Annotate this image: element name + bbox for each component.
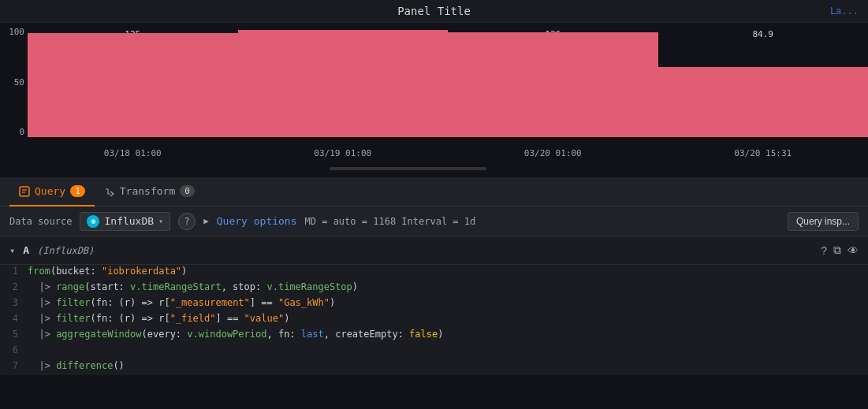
chevron-right-icon: ▶ (203, 216, 209, 226)
tab-transform-badge: 0 (180, 185, 195, 197)
query-meta: MD = auto = 1168 Interval = 1d (305, 216, 476, 227)
code-line-5: 5 |> aggregateWindow(every: v.windowPeri… (0, 328, 868, 344)
collapse-button[interactable]: ▾ (9, 245, 15, 256)
tab-transform[interactable]: Transform 0 (95, 178, 204, 206)
svg-rect-0 (20, 187, 29, 196)
y-axis: 100 50 0 (0, 23, 28, 137)
bars-container: 125 129 126 84.9 (28, 29, 868, 137)
datasource-name: InfluxDB (104, 215, 154, 227)
line-content: |> filter(fn: (r) => r["_measurement"] =… (28, 297, 335, 308)
query-label: A (23, 244, 29, 256)
tab-query-badge: 1 (70, 185, 85, 197)
line-number: 4 (0, 313, 28, 324)
line-content: from(bucket: "iobrokerdata") (28, 266, 187, 277)
line-content: |> aggregateWindow(every: v.windowPeriod… (28, 329, 443, 340)
bar (448, 32, 658, 137)
line-number: 5 (0, 329, 28, 340)
code-line-2: 2 |> range(start: v.timeRangeStart, stop… (0, 281, 868, 296)
x-axis: 03/18 01:00 03/19 01:00 03/20 01:00 03/2… (28, 145, 868, 161)
row-actions: ? ⧉ 👁 (821, 244, 859, 257)
code-line-7: 7 |> difference() (0, 359, 868, 375)
code-editor[interactable]: 1 from(bucket: "iobrokerdata") 2 |> rang… (0, 265, 868, 375)
query-row-header: ▾ A (InfluxDB) ? ⧉ 👁 (0, 236, 868, 265)
query-db-label: (InfluxDB) (37, 245, 94, 256)
query-options-link[interactable]: Query options (217, 215, 297, 227)
datasource-label: Data source (9, 216, 72, 227)
tab-query[interactable]: Query 1 (9, 178, 95, 206)
help-button[interactable]: ? (178, 213, 196, 230)
tab-transform-label: Transform (120, 185, 175, 197)
bar (658, 67, 869, 137)
line-content (28, 344, 33, 355)
copy-row-button[interactable]: ⧉ (833, 244, 841, 257)
bar-value-label: 84.9 (753, 29, 774, 39)
bar-group: 125 (28, 29, 238, 137)
chart-area: 100 50 0 125 129 126 84.9 03/18 01:00 03… (0, 23, 868, 161)
line-number: 3 (0, 297, 28, 308)
code-line-1: 1 from(bucket: "iobrokerdata") (0, 265, 868, 281)
panel-title: Panel Title (397, 5, 471, 17)
datasource-select[interactable]: ⊕ InfluxDB ▾ (80, 212, 170, 231)
query-inspect-button[interactable]: Query insp... (788, 212, 859, 231)
tab-query-label: Query (35, 185, 65, 197)
line-number: 1 (0, 266, 28, 277)
line-content: |> range(start: v.timeRangeStart, stop: … (28, 281, 358, 292)
line-content: |> filter(fn: (r) => r["_field"] == "val… (28, 313, 289, 324)
line-number: 2 (0, 281, 28, 292)
influxdb-icon: ⊕ (87, 215, 99, 228)
transform-icon (104, 186, 115, 197)
tabs-bar: Query 1 Transform 0 (0, 178, 868, 206)
bar (28, 33, 238, 137)
code-line-6: 6 (0, 344, 868, 359)
bar (238, 30, 449, 137)
code-line-3: 3 |> filter(fn: (r) => r["_measurement"]… (0, 296, 868, 312)
code-line-4: 4 |> filter(fn: (r) => r["_field"] == "v… (0, 312, 868, 328)
bar-group: 126 (448, 29, 658, 137)
query-toolbar: Data source ⊕ InfluxDB ▾ ? ▶ Query optio… (0, 206, 868, 236)
chart-scrollbar[interactable] (330, 167, 486, 170)
toggle-visibility-button[interactable]: 👁 (848, 244, 859, 257)
panel-link[interactable]: La... (830, 6, 859, 17)
line-number: 6 (0, 344, 28, 355)
line-content: |> difference() (28, 360, 125, 371)
line-number: 7 (0, 360, 28, 371)
bar-group: 84.9 (658, 29, 869, 137)
help-row-button[interactable]: ? (821, 244, 827, 257)
panel-header: Panel Title La... (0, 0, 868, 23)
chevron-down-icon: ▾ (158, 217, 163, 225)
query-icon (19, 186, 30, 197)
bar-group: 129 (238, 29, 449, 137)
